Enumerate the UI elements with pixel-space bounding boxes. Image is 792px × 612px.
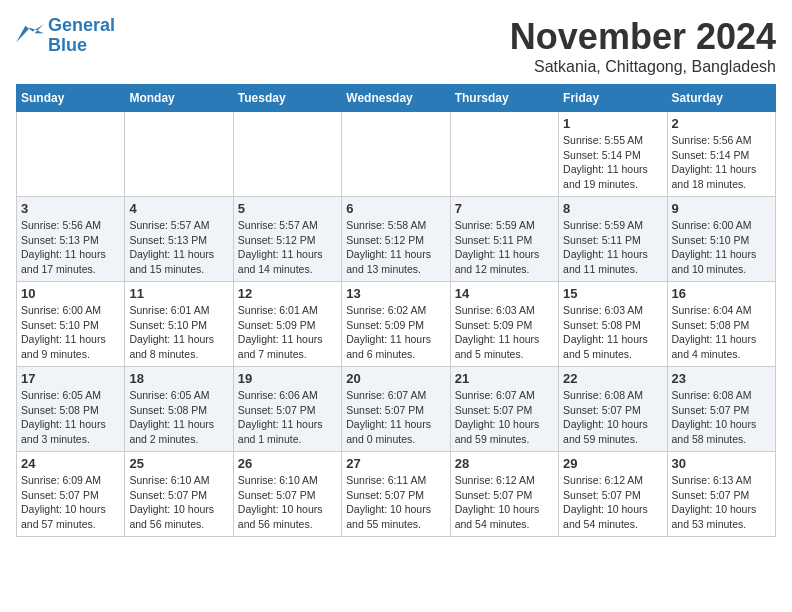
day-number: 13	[346, 286, 445, 301]
day-info: Sunrise: 6:06 AMSunset: 5:07 PMDaylight:…	[238, 388, 337, 447]
day-info: Sunrise: 6:12 AMSunset: 5:07 PMDaylight:…	[455, 473, 554, 532]
day-number: 25	[129, 456, 228, 471]
calendar-cell: 2Sunrise: 5:56 AMSunset: 5:14 PMDaylight…	[667, 112, 775, 197]
svg-marker-0	[16, 24, 44, 42]
day-number: 23	[672, 371, 771, 386]
calendar-cell: 25Sunrise: 6:10 AMSunset: 5:07 PMDayligh…	[125, 452, 233, 537]
day-number: 24	[21, 456, 120, 471]
weekday-header: Thursday	[450, 85, 558, 112]
day-info: Sunrise: 5:59 AMSunset: 5:11 PMDaylight:…	[563, 218, 662, 277]
day-info: Sunrise: 5:57 AMSunset: 5:12 PMDaylight:…	[238, 218, 337, 277]
day-info: Sunrise: 6:00 AMSunset: 5:10 PMDaylight:…	[672, 218, 771, 277]
calendar-cell: 17Sunrise: 6:05 AMSunset: 5:08 PMDayligh…	[17, 367, 125, 452]
day-info: Sunrise: 6:05 AMSunset: 5:08 PMDaylight:…	[21, 388, 120, 447]
day-info: Sunrise: 5:58 AMSunset: 5:12 PMDaylight:…	[346, 218, 445, 277]
day-number: 10	[21, 286, 120, 301]
day-number: 19	[238, 371, 337, 386]
day-number: 2	[672, 116, 771, 131]
calendar-cell: 1Sunrise: 5:55 AMSunset: 5:14 PMDaylight…	[559, 112, 667, 197]
day-info: Sunrise: 5:59 AMSunset: 5:11 PMDaylight:…	[455, 218, 554, 277]
calendar-body: 1Sunrise: 5:55 AMSunset: 5:14 PMDaylight…	[17, 112, 776, 537]
calendar-week-row: 24Sunrise: 6:09 AMSunset: 5:07 PMDayligh…	[17, 452, 776, 537]
calendar-cell: 28Sunrise: 6:12 AMSunset: 5:07 PMDayligh…	[450, 452, 558, 537]
calendar-cell: 5Sunrise: 5:57 AMSunset: 5:12 PMDaylight…	[233, 197, 341, 282]
day-info: Sunrise: 6:04 AMSunset: 5:08 PMDaylight:…	[672, 303, 771, 362]
day-info: Sunrise: 6:09 AMSunset: 5:07 PMDaylight:…	[21, 473, 120, 532]
day-number: 8	[563, 201, 662, 216]
calendar-cell: 30Sunrise: 6:13 AMSunset: 5:07 PMDayligh…	[667, 452, 775, 537]
day-number: 21	[455, 371, 554, 386]
weekday-header: Wednesday	[342, 85, 450, 112]
calendar-header: SundayMondayTuesdayWednesdayThursdayFrid…	[17, 85, 776, 112]
day-info: Sunrise: 6:03 AMSunset: 5:08 PMDaylight:…	[563, 303, 662, 362]
day-info: Sunrise: 5:56 AMSunset: 5:13 PMDaylight:…	[21, 218, 120, 277]
day-number: 29	[563, 456, 662, 471]
location-title: Satkania, Chittagong, Bangladesh	[510, 58, 776, 76]
day-number: 1	[563, 116, 662, 131]
day-number: 9	[672, 201, 771, 216]
logo: General Blue	[16, 16, 115, 56]
day-number: 26	[238, 456, 337, 471]
day-info: Sunrise: 6:12 AMSunset: 5:07 PMDaylight:…	[563, 473, 662, 532]
day-info: Sunrise: 6:07 AMSunset: 5:07 PMDaylight:…	[455, 388, 554, 447]
day-info: Sunrise: 5:56 AMSunset: 5:14 PMDaylight:…	[672, 133, 771, 192]
day-info: Sunrise: 6:08 AMSunset: 5:07 PMDaylight:…	[563, 388, 662, 447]
day-number: 18	[129, 371, 228, 386]
day-number: 11	[129, 286, 228, 301]
day-info: Sunrise: 6:07 AMSunset: 5:07 PMDaylight:…	[346, 388, 445, 447]
calendar-cell: 3Sunrise: 5:56 AMSunset: 5:13 PMDaylight…	[17, 197, 125, 282]
weekday-header-row: SundayMondayTuesdayWednesdayThursdayFrid…	[17, 85, 776, 112]
calendar-cell: 11Sunrise: 6:01 AMSunset: 5:10 PMDayligh…	[125, 282, 233, 367]
day-info: Sunrise: 6:10 AMSunset: 5:07 PMDaylight:…	[129, 473, 228, 532]
day-info: Sunrise: 6:00 AMSunset: 5:10 PMDaylight:…	[21, 303, 120, 362]
calendar-week-row: 17Sunrise: 6:05 AMSunset: 5:08 PMDayligh…	[17, 367, 776, 452]
calendar-cell: 13Sunrise: 6:02 AMSunset: 5:09 PMDayligh…	[342, 282, 450, 367]
day-number: 7	[455, 201, 554, 216]
calendar-cell: 7Sunrise: 5:59 AMSunset: 5:11 PMDaylight…	[450, 197, 558, 282]
weekday-header: Friday	[559, 85, 667, 112]
day-number: 15	[563, 286, 662, 301]
day-number: 27	[346, 456, 445, 471]
day-number: 22	[563, 371, 662, 386]
day-info: Sunrise: 6:03 AMSunset: 5:09 PMDaylight:…	[455, 303, 554, 362]
day-number: 12	[238, 286, 337, 301]
day-info: Sunrise: 5:55 AMSunset: 5:14 PMDaylight:…	[563, 133, 662, 192]
calendar-cell: 23Sunrise: 6:08 AMSunset: 5:07 PMDayligh…	[667, 367, 775, 452]
calendar-cell	[125, 112, 233, 197]
calendar-cell	[342, 112, 450, 197]
month-title: November 2024	[510, 16, 776, 58]
day-number: 4	[129, 201, 228, 216]
title-section: November 2024 Satkania, Chittagong, Bang…	[510, 16, 776, 76]
calendar-cell: 4Sunrise: 5:57 AMSunset: 5:13 PMDaylight…	[125, 197, 233, 282]
day-number: 6	[346, 201, 445, 216]
calendar-cell: 15Sunrise: 6:03 AMSunset: 5:08 PMDayligh…	[559, 282, 667, 367]
calendar-cell: 16Sunrise: 6:04 AMSunset: 5:08 PMDayligh…	[667, 282, 775, 367]
calendar-cell: 22Sunrise: 6:08 AMSunset: 5:07 PMDayligh…	[559, 367, 667, 452]
weekday-header: Saturday	[667, 85, 775, 112]
day-info: Sunrise: 6:01 AMSunset: 5:09 PMDaylight:…	[238, 303, 337, 362]
day-number: 30	[672, 456, 771, 471]
calendar-cell: 19Sunrise: 6:06 AMSunset: 5:07 PMDayligh…	[233, 367, 341, 452]
day-number: 17	[21, 371, 120, 386]
day-info: Sunrise: 5:57 AMSunset: 5:13 PMDaylight:…	[129, 218, 228, 277]
logo-text: General Blue	[48, 16, 115, 56]
calendar-cell: 24Sunrise: 6:09 AMSunset: 5:07 PMDayligh…	[17, 452, 125, 537]
day-number: 3	[21, 201, 120, 216]
day-number: 16	[672, 286, 771, 301]
calendar-cell	[233, 112, 341, 197]
calendar-cell	[17, 112, 125, 197]
calendar-cell: 20Sunrise: 6:07 AMSunset: 5:07 PMDayligh…	[342, 367, 450, 452]
day-number: 28	[455, 456, 554, 471]
calendar-cell: 14Sunrise: 6:03 AMSunset: 5:09 PMDayligh…	[450, 282, 558, 367]
weekday-header: Tuesday	[233, 85, 341, 112]
calendar-cell: 9Sunrise: 6:00 AMSunset: 5:10 PMDaylight…	[667, 197, 775, 282]
day-info: Sunrise: 6:08 AMSunset: 5:07 PMDaylight:…	[672, 388, 771, 447]
logo-line2: Blue	[48, 35, 87, 55]
calendar-cell: 21Sunrise: 6:07 AMSunset: 5:07 PMDayligh…	[450, 367, 558, 452]
calendar-cell: 27Sunrise: 6:11 AMSunset: 5:07 PMDayligh…	[342, 452, 450, 537]
calendar-cell: 10Sunrise: 6:00 AMSunset: 5:10 PMDayligh…	[17, 282, 125, 367]
day-info: Sunrise: 6:01 AMSunset: 5:10 PMDaylight:…	[129, 303, 228, 362]
calendar-week-row: 10Sunrise: 6:00 AMSunset: 5:10 PMDayligh…	[17, 282, 776, 367]
page-header: General Blue November 2024 Satkania, Chi…	[16, 16, 776, 76]
day-info: Sunrise: 6:02 AMSunset: 5:09 PMDaylight:…	[346, 303, 445, 362]
